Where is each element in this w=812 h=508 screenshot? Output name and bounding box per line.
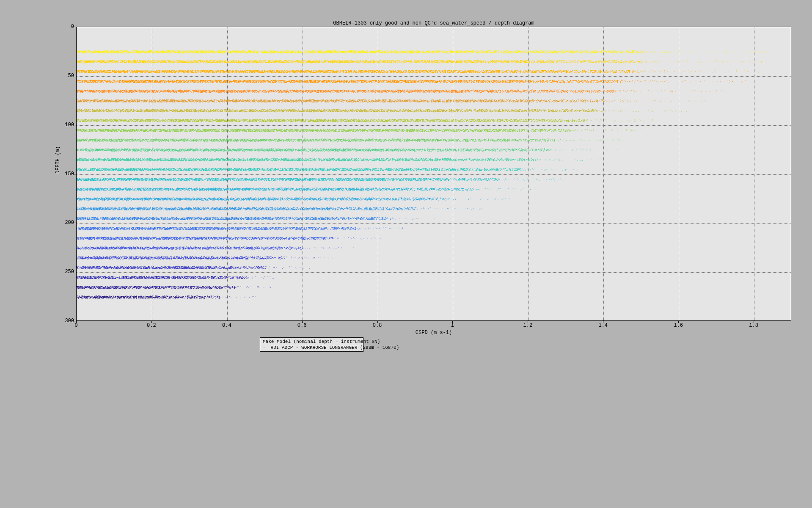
y-axis-label: DEPTH (m) <box>55 146 61 174</box>
x-tick-mark <box>76 321 77 323</box>
legend: Make Model (nominal depth - instrument S… <box>260 337 363 352</box>
y-tick-mark <box>74 272 76 272</box>
x-tick-label: 0.8 <box>373 323 382 329</box>
grid-line-vertical <box>303 27 303 320</box>
x-tick-mark <box>227 321 227 323</box>
x-tick-label: 1.6 <box>674 323 683 329</box>
y-tick-mark <box>74 76 76 76</box>
y-tick-mark <box>74 321 76 321</box>
x-tick-mark <box>754 321 754 323</box>
y-tick-mark <box>74 174 76 174</box>
x-tick-mark <box>377 321 378 323</box>
grid-line-vertical <box>152 27 152 320</box>
x-tick-mark <box>302 321 303 323</box>
y-tick-label: 300 <box>65 318 74 324</box>
legend-entry: · RDI ADCP - WORKHORSE LONGRANGER (293m … <box>263 345 361 351</box>
grid-line-horizontal <box>77 125 791 126</box>
grid-line-horizontal <box>77 223 791 224</box>
x-tick-mark <box>678 321 679 323</box>
x-tick-label: 1.8 <box>749 323 758 329</box>
y-tick-label: 150 <box>65 171 74 177</box>
x-tick-mark <box>528 321 528 323</box>
grid-line-vertical <box>453 27 453 320</box>
plot-area <box>76 27 791 321</box>
x-tick-label: 0 <box>74 323 77 329</box>
y-tick-label: 100 <box>65 122 74 128</box>
grid-line-vertical <box>378 27 378 320</box>
x-tick-label: 1 <box>451 323 454 329</box>
grid-line-vertical <box>603 27 604 320</box>
x-tick-mark <box>452 321 453 323</box>
legend-marker-icon: · <box>263 345 265 350</box>
y-tick-label: 200 <box>65 220 74 226</box>
y-tick-label: 0 <box>71 24 74 30</box>
grid-line-horizontal <box>77 272 791 273</box>
y-tick-label: 250 <box>65 269 74 275</box>
legend-entry-label: RDI ADCP - WORKHORSE LONGRANGER (293m - … <box>268 345 399 351</box>
x-axis-label: CSPD (m s-1) <box>76 330 791 336</box>
legend-title: Make Model (nominal depth - instrument S… <box>263 339 361 345</box>
x-tick-label: 0.2 <box>147 323 156 329</box>
grid-line-vertical <box>227 27 228 320</box>
y-tick-mark <box>74 223 76 223</box>
x-tick-mark <box>151 321 152 323</box>
x-tick-label: 0.4 <box>222 323 231 329</box>
x-tick-label: 1.2 <box>523 323 533 329</box>
y-tick-label: 50 <box>68 73 74 79</box>
x-tick-label: 1.4 <box>598 323 608 329</box>
grid-line-vertical <box>754 27 754 320</box>
y-tick-mark <box>74 27 76 27</box>
grid-line-horizontal <box>77 76 791 77</box>
chart-title: GBRELR-1303 only good and non QC'd sea_w… <box>76 20 791 26</box>
grid-line-horizontal <box>77 174 791 175</box>
grid-line-vertical <box>679 27 679 320</box>
y-tick-mark <box>74 125 76 125</box>
grid-line-vertical <box>528 27 528 320</box>
x-tick-label: 0.6 <box>297 323 307 329</box>
x-tick-mark <box>603 321 603 323</box>
